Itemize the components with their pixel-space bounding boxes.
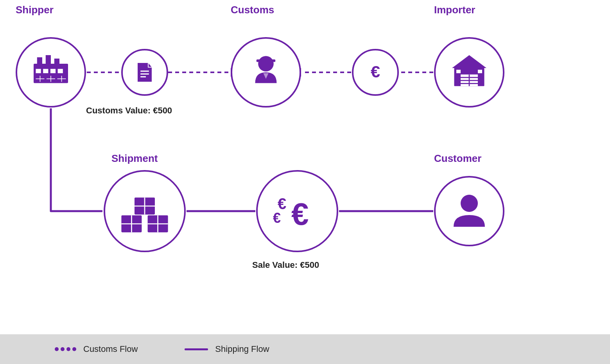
customer-label: Customer: [434, 152, 481, 165]
customs-flow-dots: [55, 347, 76, 351]
svg-rect-29: [257, 59, 275, 62]
sale-value-circle: € € €: [256, 170, 338, 252]
svg-rect-14: [50, 69, 56, 73]
customs-label: Customs: [231, 4, 274, 16]
shipment-circle: [104, 170, 186, 252]
svg-point-52: [461, 195, 478, 212]
svg-marker-31: [452, 55, 486, 68]
svg-rect-13: [43, 69, 48, 73]
importer-label: Importer: [434, 4, 475, 16]
shipper-circle: [16, 37, 86, 108]
customs-value-label: Customs Value: €500: [86, 106, 172, 116]
euro-top-icon: €: [362, 59, 389, 86]
sale-value-icon: € € €: [270, 186, 325, 237]
warehouse-icon: [448, 51, 491, 94]
factory-icon: [29, 51, 72, 94]
customs-flow-legend: Customs Flow: [55, 344, 138, 354]
shipper-label: Shipper: [16, 4, 54, 16]
svg-rect-15: [58, 69, 63, 73]
dot-4: [72, 347, 76, 351]
svg-rect-39: [478, 70, 482, 73]
shipment-label: Shipment: [111, 152, 158, 165]
euro-top-circle: €: [352, 49, 399, 96]
dot-2: [61, 347, 65, 351]
legend-bar: Customs Flow Shipping Flow: [0, 334, 610, 364]
customs-circle: [231, 37, 301, 108]
connections-svg: [0, 0, 610, 334]
svg-text:€: €: [273, 210, 281, 226]
person-icon: [450, 192, 489, 231]
dot-1: [55, 347, 59, 351]
shipping-flow-legend: Shipping Flow: [185, 344, 269, 354]
svg-rect-10: [46, 55, 51, 65]
svg-point-28: [258, 56, 274, 72]
svg-rect-38: [456, 70, 461, 73]
document-icon: [133, 61, 156, 84]
boxes-icon: [119, 186, 170, 237]
customer-circle: [434, 176, 504, 246]
shipping-flow-label: Shipping Flow: [215, 344, 269, 354]
svg-rect-9: [37, 57, 42, 65]
importer-circle: [434, 37, 504, 108]
svg-rect-12: [36, 69, 41, 73]
customs-officer-icon: [244, 51, 287, 94]
dot-3: [66, 347, 70, 351]
svg-rect-11: [54, 59, 59, 65]
document-circle: [121, 49, 168, 96]
svg-text:€: €: [371, 62, 380, 81]
main-diagram: Shipper: [0, 0, 610, 334]
sale-value-label: Sale Value: €500: [252, 260, 319, 270]
shipping-flow-line: [185, 348, 208, 350]
svg-text:€: €: [291, 197, 309, 231]
customs-flow-label: Customs Flow: [83, 344, 138, 354]
